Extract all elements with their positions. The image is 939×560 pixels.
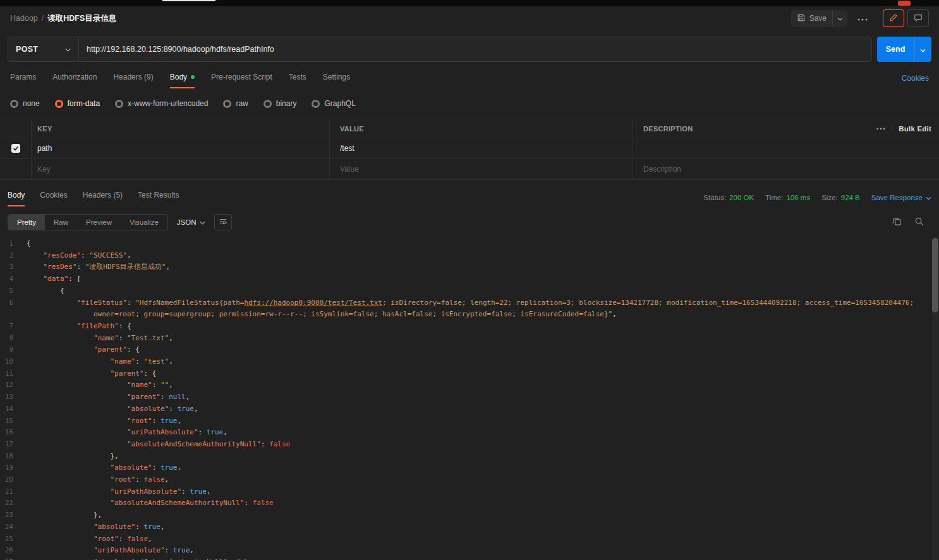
tab-pre-request-script[interactable]: Pre-request Script [211,73,272,88]
search-button[interactable] [914,217,924,228]
view-tab-pretty[interactable]: Pretty [8,215,45,230]
cookies-link[interactable]: Cookies [902,74,929,88]
size-badge: Size: 924 B [821,194,860,201]
line-number: 2 [0,250,27,262]
line-number: 18 [0,451,27,463]
mode-label: GraphQL [324,99,355,108]
send-split-button: Send [877,37,931,62]
response-tab-headers[interactable]: Headers (5) [83,191,123,206]
code-token: : { [127,345,140,354]
code-token: : [169,405,177,413]
url-link[interactable]: hdfs://hadoop0:9000/test/Test.txt [244,299,382,307]
scrollbar-thumb[interactable] [932,238,938,313]
tab-settings[interactable]: Settings [323,73,350,88]
row-check-cell [0,138,32,158]
line-number: 19 [0,462,27,474]
save-response-button[interactable]: Save Response [871,194,931,201]
code-token: "parent" [94,345,127,354]
size-label: Size: [821,194,838,201]
copy-icon [892,217,902,228]
code-token: { [27,239,31,247]
code-token: : [127,299,135,307]
response-header: Body Cookies Headers (5) Test Results St… [0,188,939,206]
tab-body[interactable]: Body [170,73,195,88]
send-button[interactable]: Send [877,37,914,62]
response-tab-body[interactable]: Body [8,191,25,206]
bulk-edit-button[interactable]: Bulk Edit [899,125,931,133]
send-options-button[interactable] [914,37,931,62]
line-number: 27 [0,557,27,560]
tab-tests[interactable]: Tests [289,73,306,88]
save-button[interactable]: Save [791,10,832,27]
code-line-content: "absoluteAndSchemeAuthorityNull": false [27,439,930,451]
view-tab-preview[interactable]: Preview [77,215,121,230]
code-token: "root" [127,417,152,425]
radio-icon [10,100,18,108]
breadcrumb-workspace[interactable]: Hadoop [10,14,38,23]
table-header-row: KEY VALUE DESCRIPTION Bulk Edit [0,119,939,138]
breadcrumb-request-name[interactable]: 读取HDFS目录信息 [47,13,116,24]
method-select[interactable]: POST [8,37,78,62]
code-line-content: "uriPathAbsolute": true, [27,427,930,439]
more-options-button[interactable] [854,11,871,26]
response-meta: Status: 200 OK Time: 106 ms Size: 924 B … [703,194,931,206]
save-options-button[interactable] [832,11,847,26]
mode-none[interactable]: none [10,99,40,108]
mode-form-data[interactable]: form-data [55,99,100,108]
response-tab-cookies[interactable]: Cookies [40,191,67,206]
time-value: 106 ms [786,194,810,201]
tab-params[interactable]: Params [10,73,36,88]
response-view-switcher: Pretty Raw Preview Visualize [8,214,168,230]
view-tab-visualize[interactable]: Visualize [121,215,167,230]
row-checkbox-checked[interactable] [11,144,20,153]
code-token: , [177,417,181,425]
code-token: , [169,334,173,342]
key-input[interactable] [37,165,329,174]
code-line: 15"root": true, [0,415,930,427]
code-token: "" [161,381,169,389]
line-number: 5 [0,285,27,297]
code-token: , [194,405,198,413]
code-line: 3"resDes": "读取HDFS目录信息成功", [0,261,930,273]
tab-label: Cookies [40,191,67,200]
code-token: true [173,546,190,554]
tab-headers[interactable]: Headers (9) [113,73,153,88]
chevron-down-icon [926,194,931,201]
code-line: 8"name": "Test.txt", [0,333,930,345]
code-line-content: { [27,285,930,297]
code-line-content: "data": [ [27,273,930,285]
code-token: : [244,499,252,507]
comments-button[interactable] [907,9,929,27]
view-tab-raw[interactable]: Raw [45,215,77,230]
description-input[interactable] [643,165,939,174]
radio-icon [55,100,63,108]
code-line-content: "uriPathAbsolute": true, [27,545,930,557]
copy-button[interactable] [892,217,902,228]
tab-authorization[interactable]: Authorization [52,73,97,88]
line-number: 13 [0,391,27,403]
code-token: }, [110,452,118,460]
edit-request-button[interactable] [883,9,904,27]
value-input[interactable] [340,165,633,174]
cell-value[interactable]: /test [330,138,633,158]
url-input[interactable] [78,37,872,62]
mode-raw[interactable]: raw [223,99,248,108]
mode-binary[interactable]: binary [264,99,297,108]
code-token: : [119,334,127,342]
code-line: 21"uriPathAbsolute": true, [0,486,930,498]
mode-graphql[interactable]: GraphQL [312,99,355,108]
mode-x-www-form-urlencoded[interactable]: x-www-form-urlencoded [115,99,208,108]
more-options-icon[interactable] [876,128,885,130]
wrap-lines-button[interactable] [214,214,232,230]
response-tab-test-results[interactable]: Test Results [138,191,179,206]
code-token: , [169,381,173,389]
code-token: , [148,535,152,543]
line-number: 3 [0,261,27,273]
vertical-scrollbar[interactable] [932,237,938,560]
cell-key[interactable]: path [32,138,330,158]
format-select[interactable]: JSON [177,218,206,226]
header-check-cell [0,119,32,138]
code-line: 26"uriPathAbsolute": true, [0,545,930,557]
cell-description [633,159,939,179]
cell-description[interactable] [633,138,939,158]
